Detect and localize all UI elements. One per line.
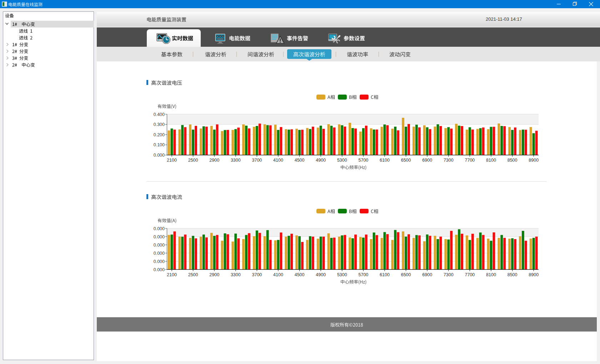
svg-text:2100: 2100	[167, 272, 177, 277]
svg-text:5300: 5300	[337, 272, 347, 277]
svg-text:6500: 6500	[401, 158, 411, 163]
svg-text:0.000: 0.000	[154, 251, 165, 256]
svg-text:8900: 8900	[529, 272, 539, 277]
svg-text:3700: 3700	[252, 272, 262, 277]
svg-text:2900: 2900	[209, 272, 219, 277]
svg-text:6100: 6100	[380, 272, 390, 277]
svg-text:4500: 4500	[295, 272, 305, 277]
svg-text:2100: 2100	[167, 158, 177, 163]
svg-text:3300: 3300	[231, 272, 241, 277]
svg-text:4500: 4500	[295, 158, 305, 163]
svg-text:0.000: 0.000	[154, 243, 165, 248]
svg-text:6100: 6100	[380, 158, 390, 163]
svg-text:6500: 6500	[401, 272, 411, 277]
svg-text:4100: 4100	[273, 158, 283, 163]
svg-text:5700: 5700	[358, 272, 368, 277]
svg-text:7700: 7700	[465, 158, 475, 163]
svg-text:0.000: 0.000	[154, 153, 165, 158]
svg-text:5700: 5700	[358, 158, 368, 163]
svg-text:2900: 2900	[209, 158, 219, 163]
svg-text:6900: 6900	[422, 158, 432, 163]
svg-text:4900: 4900	[316, 272, 326, 277]
svg-text:8100: 8100	[486, 272, 496, 277]
svg-text:2500: 2500	[188, 158, 198, 163]
svg-text:0.000: 0.000	[154, 226, 165, 231]
svg-text:0.000: 0.000	[154, 234, 165, 239]
svg-text:4100: 4100	[273, 272, 283, 277]
svg-text:7300: 7300	[444, 158, 454, 163]
svg-text:3700: 3700	[252, 158, 262, 163]
svg-text:0.000: 0.000	[154, 259, 165, 264]
svg-text:8500: 8500	[508, 272, 518, 277]
svg-text:0.000: 0.000	[154, 267, 165, 272]
svg-text:5300: 5300	[337, 158, 347, 163]
svg-text:0.200: 0.200	[154, 132, 165, 137]
svg-text:8100: 8100	[486, 158, 496, 163]
svg-text:7300: 7300	[444, 272, 454, 277]
svg-text:0.100: 0.100	[154, 142, 165, 147]
svg-text:0.400: 0.400	[154, 112, 165, 117]
svg-text:3300: 3300	[231, 158, 241, 163]
svg-text:2500: 2500	[188, 272, 198, 277]
svg-text:8500: 8500	[508, 158, 518, 163]
svg-text:7700: 7700	[465, 272, 475, 277]
svg-text:0.300: 0.300	[154, 122, 165, 127]
svg-text:4900: 4900	[316, 158, 326, 163]
svg-text:6900: 6900	[422, 272, 432, 277]
svg-text:8900: 8900	[529, 158, 539, 163]
